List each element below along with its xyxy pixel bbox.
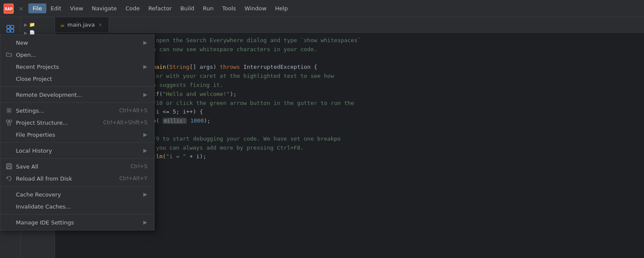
- menu-window[interactable]: Window: [240, 3, 271, 13]
- menu-item-new-label: New: [16, 40, 137, 46]
- manage-icon: [6, 219, 12, 226]
- arrow-icon-cache: ▶: [143, 191, 147, 197]
- separator-6: [0, 214, 154, 215]
- file-props-icon: [6, 131, 12, 138]
- svg-rect-15: [8, 123, 10, 125]
- menu-view[interactable]: View: [66, 3, 88, 13]
- shortcut-save: Ctrl+S: [131, 163, 147, 169]
- svg-point-12: [8, 110, 10, 112]
- menu-code[interactable]: Code: [121, 3, 144, 13]
- svg-rect-2: [7, 25, 10, 28]
- svg-rect-3: [11, 25, 14, 28]
- svg-text:RAP: RAP: [5, 7, 12, 11]
- local-history-icon: [6, 147, 12, 154]
- menu-tools[interactable]: Tools: [218, 3, 240, 13]
- editor-tabs: ☕ main.java ×: [55, 17, 644, 33]
- menu-item-reload-label: Reload All from Disk: [16, 175, 116, 182]
- file-menu: New ▶ Open... Recent Projects ▶: [0, 34, 155, 230]
- menu-item-cache-recovery[interactable]: Cache Recovery ▶: [0, 188, 154, 200]
- shortcut-reload: Ctrl+Alt+Y: [119, 175, 147, 181]
- cache-icon: [6, 191, 12, 198]
- close-button[interactable]: ×: [17, 5, 25, 12]
- menu-item-structure-label: Project Structure...: [16, 120, 100, 126]
- menu-item-manage-label: Manage IDE Settings: [16, 219, 137, 226]
- menu-item-open-label: Open...: [16, 52, 147, 58]
- tab-label: main.java: [67, 22, 95, 28]
- recent-projects-icon: [6, 63, 12, 70]
- menu-file[interactable]: File: [28, 3, 46, 13]
- app-logo: RAP: [3, 3, 14, 14]
- arrow-icon-file-props: ▶: [143, 132, 147, 138]
- menu-item-close-label: Close Project: [16, 76, 147, 82]
- svg-rect-13: [6, 120, 9, 122]
- menu-item-recent-projects-label: Recent Projects: [16, 64, 137, 70]
- menu-item-project-structure[interactable]: Project Structure... Ctrl+Alt+Shift+S: [0, 117, 154, 129]
- file-dropdown: New ▶ Open... Recent Projects ▶: [0, 34, 155, 230]
- invalidate-icon: [6, 203, 12, 210]
- arrow-icon-new: ▶: [143, 40, 147, 46]
- reload-icon: [6, 175, 12, 182]
- menu-item-save-all[interactable]: Save All Ctrl+S: [0, 160, 154, 172]
- svg-rect-14: [9, 120, 12, 122]
- main-layout: ▶ 📁 ▶ 📄 ▶ 📄 New ▶: [0, 17, 644, 258]
- menu-item-file-props-label: File Properties: [16, 132, 137, 138]
- editor-tab-main[interactable]: ☕ main.java ×: [55, 17, 109, 32]
- gear-icon: [6, 107, 12, 114]
- menu-run[interactable]: Run: [199, 3, 218, 13]
- menu-item-remote-dev[interactable]: Remote Development... ▶: [0, 89, 154, 101]
- menu-item-remote-label: Remote Development...: [16, 92, 137, 98]
- menu-item-open[interactable]: Open...: [0, 49, 154, 61]
- sidebar-icon-project[interactable]: [3, 21, 18, 36]
- menu-item-cache-label: Cache Recovery: [16, 191, 137, 198]
- menubar: File Edit View Navigate Code Refactor Bu…: [28, 3, 292, 13]
- shortcut-settings: Ctrl+Alt+S: [119, 108, 147, 114]
- svg-rect-4: [7, 29, 10, 32]
- shortcut-structure: Ctrl+Alt+Shift+S: [103, 120, 147, 126]
- save-icon: [6, 163, 12, 170]
- folder-open-icon: [6, 51, 12, 58]
- menu-help[interactable]: Help: [271, 3, 292, 13]
- arrow-icon-manage: ▶: [143, 219, 147, 225]
- separator-1: [0, 86, 154, 87]
- svg-rect-5: [11, 29, 14, 32]
- menu-item-invalidate-label: Invalidate Caches...: [16, 203, 147, 210]
- menu-refactor[interactable]: Refactor: [144, 3, 176, 13]
- remote-icon: [6, 91, 12, 98]
- separator-5: [0, 186, 154, 187]
- separator-4: [0, 158, 154, 159]
- menu-item-manage-ide[interactable]: Manage IDE Settings ▶: [0, 216, 154, 228]
- menu-item-settings[interactable]: Settings... Ctrl+Alt+S: [0, 104, 154, 117]
- project-tree-item[interactable]: ▶ 📁: [22, 21, 53, 29]
- tab-close-button[interactable]: ×: [97, 22, 103, 28]
- tab-file-icon: ☕: [60, 22, 65, 28]
- arrow-icon-local-history: ▶: [143, 147, 147, 154]
- menu-item-reload[interactable]: Reload All from Disk Ctrl+Alt+Y: [0, 172, 154, 184]
- menu-item-invalidate[interactable]: Invalidate Caches...: [0, 200, 154, 212]
- arrow-icon-recent: ▶: [143, 64, 147, 70]
- svg-rect-18: [7, 167, 11, 169]
- svg-rect-17: [8, 164, 10, 166]
- separator-2: [0, 102, 154, 103]
- close-project-icon: [6, 75, 12, 82]
- menu-item-file-properties[interactable]: File Properties ▶: [0, 129, 154, 141]
- new-icon: [6, 39, 12, 46]
- separator-3: [0, 142, 154, 143]
- structure-icon: [6, 119, 12, 126]
- menu-item-close-project[interactable]: Close Project: [0, 73, 154, 85]
- menu-build[interactable]: Build: [176, 3, 199, 13]
- menu-item-local-history[interactable]: Local History ▶: [0, 144, 154, 157]
- titlebar: RAP × File Edit View Navigate Code Refac…: [0, 0, 644, 17]
- menu-edit[interactable]: Edit: [46, 3, 66, 13]
- menu-navigate[interactable]: Navigate: [88, 3, 121, 13]
- arrow-icon-remote: ▶: [143, 92, 147, 98]
- menu-item-local-history-label: Local History: [16, 147, 137, 154]
- menu-item-save-label: Save All: [16, 163, 127, 170]
- menu-item-new[interactable]: New ▶: [0, 37, 154, 49]
- menu-item-recent-projects[interactable]: Recent Projects ▶: [0, 61, 154, 73]
- menu-item-settings-label: Settings...: [16, 108, 116, 114]
